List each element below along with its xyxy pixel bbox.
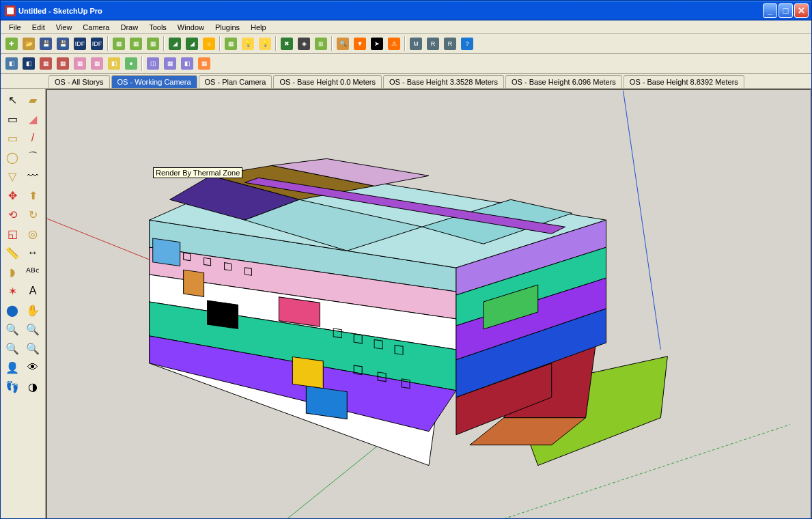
protractor-tool[interactable]: ◗ (2, 262, 23, 281)
wire3-button[interactable]: ◧ (179, 55, 195, 72)
section-tool[interactable]: ◑ (23, 377, 43, 396)
menu-draw[interactable]: Draw (115, 22, 143, 33)
cube-r-button[interactable]: R (425, 36, 441, 52)
box-blue2-button[interactable]: ◧ (20, 55, 37, 72)
rectangle-tool[interactable]: ▭ (2, 128, 23, 148)
close-button[interactable]: ✕ (794, 3, 809, 18)
look-tool[interactable]: 👁 (23, 358, 43, 377)
menu-help[interactable]: Help (245, 22, 272, 33)
scene-tab-2[interactable]: OS - Plan Camera (199, 75, 272, 88)
box-yellow-button[interactable]: ◧ (106, 55, 122, 72)
menu-view[interactable]: View (51, 22, 78, 33)
scene-tab-1[interactable]: OS - Working Camera (111, 75, 197, 88)
layers-button[interactable]: ◈ (296, 36, 312, 52)
save-copy-button[interactable]: 💾 (55, 36, 71, 52)
drop-button[interactable]: ● (123, 55, 139, 72)
zoom-tool[interactable]: 🔍 (2, 320, 23, 339)
open-button[interactable]: 📂 (20, 36, 37, 52)
circle-tool[interactable]: ◯ (2, 148, 23, 167)
orbit-tool[interactable]: ⬤ (2, 300, 23, 320)
surface-add-button[interactable]: ◢ (184, 36, 200, 52)
walk-tool[interactable]: 👣 (2, 377, 23, 396)
grid-icon: ▦ (225, 38, 237, 50)
arc-tool[interactable]: ⌒ (23, 148, 43, 167)
move-tool[interactable]: ✥ (2, 186, 23, 205)
arrow-icon: ➤ (371, 38, 383, 50)
pan-tool[interactable]: ✋ (23, 300, 43, 320)
line-tool[interactable]: / (23, 128, 43, 148)
text-tool[interactable]: ᴬᴮᶜ (23, 262, 43, 281)
export-idf-button[interactable]: IDF (89, 36, 105, 52)
tape-tool[interactable]: 📏 (2, 243, 23, 262)
menu-camera[interactable]: Camera (77, 22, 115, 33)
box-pink2-icon: ▦ (91, 57, 103, 70)
position-tool[interactable]: 👤 (2, 358, 23, 377)
menu-plugins[interactable]: Plugins (210, 22, 245, 33)
warning-button[interactable]: ⚠ (386, 36, 402, 52)
help-icon: ? (461, 38, 473, 50)
viewport-3d[interactable]: Render By Thermal Zone (46, 89, 811, 519)
scene-tab-6[interactable]: OS - Base Height 8.8392 Meters (624, 75, 744, 88)
import-idf-button[interactable]: IDF (72, 36, 88, 52)
box-blue1-button[interactable]: ◧ (3, 55, 20, 72)
add-building-button[interactable]: ▦ (145, 36, 161, 52)
rotate-tool[interactable]: ⟲ (2, 205, 23, 224)
select-tool[interactable]: ↖ (2, 90, 23, 109)
menu-window[interactable]: Window (172, 22, 210, 33)
paint-tool[interactable]: ▰ (23, 90, 43, 109)
minimize-button[interactable]: _ (763, 3, 777, 18)
search-button[interactable]: 🔍 (335, 36, 351, 52)
previous-tool[interactable]: 🔍 (23, 339, 43, 358)
wire2-icon: ▦ (164, 57, 176, 70)
building-alt-button[interactable]: ▦ (128, 36, 144, 52)
box-red1-icon: ▦ (40, 57, 52, 70)
tools-button[interactable]: ✖ (279, 36, 295, 52)
component-tool[interactable]: ▭ (2, 109, 23, 128)
box-red2-button[interactable]: ▦ (55, 55, 71, 72)
scene-tab-4[interactable]: OS - Base Height 3.3528 Meters (383, 75, 504, 88)
building-button[interactable]: ▦ (111, 36, 127, 52)
grid4-button[interactable]: ⊞ (313, 36, 329, 52)
menu-edit[interactable]: Edit (27, 22, 51, 33)
cube-m-button[interactable]: M (408, 36, 424, 52)
warning-icon: ⚠ (388, 38, 400, 50)
maximize-button[interactable]: □ (779, 3, 793, 18)
scene-tab-3[interactable]: OS - Base Height 0.0 Meters (273, 75, 382, 88)
arrow-button[interactable]: ➤ (369, 36, 385, 52)
menu-file[interactable]: File (3, 22, 27, 33)
box-pink1-button[interactable]: ▦ (72, 55, 88, 72)
light-button[interactable]: 💡 (240, 36, 256, 52)
help-button[interactable]: ? (459, 36, 475, 52)
cube-rv-button[interactable]: R (442, 36, 458, 52)
grid-button[interactable]: ▦ (223, 36, 239, 52)
eraser-tool[interactable]: ◢ (23, 109, 43, 128)
polygon-tool[interactable]: ▽ (2, 167, 23, 186)
3dtext-tool[interactable]: A (23, 281, 43, 300)
surface-sun-button[interactable]: ☼ (201, 36, 217, 52)
followme-tool[interactable]: ↻ (23, 205, 43, 224)
freehand-tool[interactable]: 〰 (23, 167, 43, 186)
calendar-button[interactable]: ▦ (196, 55, 212, 72)
zoom-window-tool[interactable]: 🔍 (23, 320, 43, 339)
scale-tool[interactable]: ◱ (2, 224, 23, 243)
surface-sun-icon: ☼ (203, 38, 215, 50)
drop-icon: ● (125, 57, 137, 70)
box-red1-button[interactable]: ▦ (38, 55, 54, 72)
menu-tools[interactable]: Tools (143, 22, 172, 33)
surface-button[interactable]: ◢ (167, 36, 183, 52)
wire1-button[interactable]: ◫ (145, 55, 161, 72)
zoom-extents-tool[interactable]: 🔍 (2, 339, 23, 358)
new-button[interactable]: ✚ (3, 36, 20, 52)
offset-tool[interactable]: ◎ (23, 224, 43, 243)
dimension-tool[interactable]: ↔ (23, 243, 43, 262)
wire2-button[interactable]: ▦ (162, 55, 178, 72)
add-building-icon: ▦ (147, 38, 159, 50)
box-pink2-button[interactable]: ▦ (89, 55, 105, 72)
pushpull-tool[interactable]: ⬆ (23, 186, 43, 205)
axes-tool[interactable]: ✶ (2, 281, 23, 300)
light-add-button[interactable]: 💡 (257, 36, 273, 52)
scene-tab-5[interactable]: OS - Base Height 6.096 Meters (505, 75, 622, 88)
filter-button[interactable]: ▼ (352, 36, 368, 52)
save-button[interactable]: 💾 (38, 36, 54, 52)
scene-tab-0[interactable]: OS - All Storys (48, 75, 110, 88)
